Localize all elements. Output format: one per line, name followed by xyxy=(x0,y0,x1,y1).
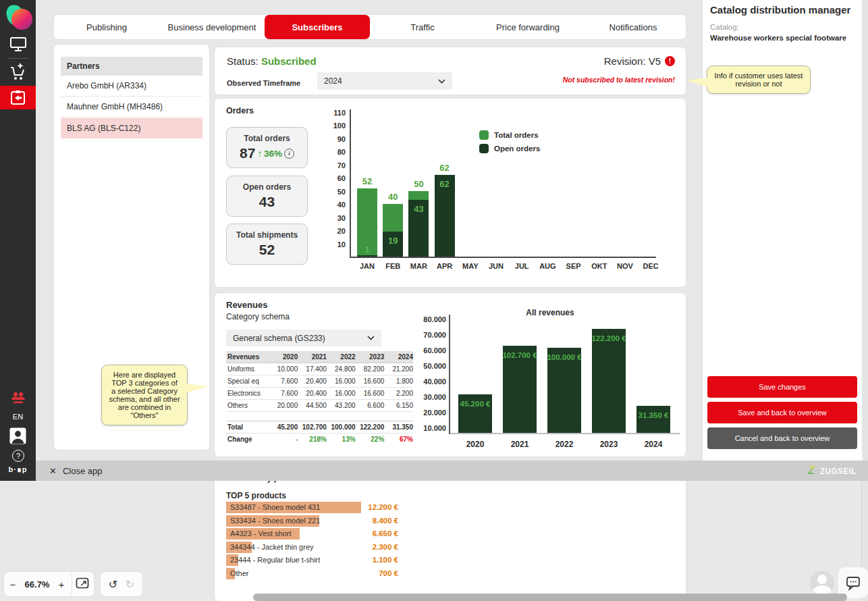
undo-button[interactable]: ↺ xyxy=(109,578,117,591)
x-tick-label: 2023 xyxy=(589,440,629,449)
close-app-button[interactable]: ✕ Close app xyxy=(49,466,102,476)
x-tick-label: APR xyxy=(431,262,458,270)
table-cell: 45.200 xyxy=(269,423,298,431)
horizontal-scrollbar[interactable] xyxy=(253,594,847,601)
legend-item: Open orders xyxy=(479,144,540,153)
table-header-cell: 2022 xyxy=(327,353,356,361)
table-row: Uniforms10.00017.40024.80082.20021.200 xyxy=(226,363,413,375)
y-tick-label: 50 xyxy=(320,188,346,196)
table-row: Electronics7.60020.40016.00016.6002.200 xyxy=(226,388,413,400)
tab-bar: PublishingBusiness developmentSubscriber… xyxy=(54,15,686,39)
x-tick-label: SEP xyxy=(560,262,587,270)
tab-business-development[interactable]: Business development xyxy=(159,15,265,39)
product-value: 8.400 € xyxy=(373,517,398,525)
x-tick-label: 2024 xyxy=(633,440,674,449)
status-label: Status: xyxy=(227,55,259,67)
revenues-chart-plot: 10.00020.00030.00040.00050.00060.00070.0… xyxy=(449,315,680,434)
x-tick-label: 2021 xyxy=(499,440,540,449)
table-header-cell: Revenues xyxy=(226,353,269,361)
product-label: S33434 - Shoes model 221 xyxy=(230,517,320,525)
partner-item[interactable]: BLS AG (BLS-C122) xyxy=(61,118,202,138)
kpi-card: Total shipments52 xyxy=(226,224,308,265)
revenue-bar-value: 100.000 € xyxy=(531,353,598,361)
revenue-bar-value: 31.350 € xyxy=(620,411,687,419)
kpi-value: 52 xyxy=(259,242,275,258)
product-value: 12.200 € xyxy=(368,503,398,511)
language-switcher[interactable]: EN xyxy=(0,413,36,421)
brand-name: ZUGSEIL xyxy=(820,466,857,476)
table-cell: Total xyxy=(226,423,269,431)
legend-swatch xyxy=(479,130,489,140)
table-cell: 2.200 xyxy=(384,390,413,397)
open-orders-value: 62 xyxy=(431,179,458,189)
revenues-title: Revenues xyxy=(226,300,267,310)
schema-select[interactable]: General schema (GS233) xyxy=(226,330,381,346)
status-line: Status: Subscribed xyxy=(227,55,317,67)
monitor-icon[interactable] xyxy=(0,36,36,52)
cancel-and-back-to-overview-button[interactable]: Cancel and back to overview xyxy=(707,427,857,449)
tab-notifications[interactable]: Notifications xyxy=(580,15,686,39)
cart-plus-icon[interactable] xyxy=(0,62,36,81)
y-tick-label: 20.000 xyxy=(416,409,446,417)
orders-title: Orders xyxy=(226,106,254,115)
zoom-out-button[interactable]: − xyxy=(4,579,22,590)
clipboard-arrow-left-icon xyxy=(9,89,26,106)
products-panel: Revenue by products TOP 5 products S3348… xyxy=(215,463,686,601)
tab-publishing[interactable]: Publishing xyxy=(54,15,159,39)
open-orders-bar xyxy=(357,255,377,257)
fit-screen-button[interactable] xyxy=(74,577,91,591)
product-row: 344344 - Jacket thin grey2.300 € xyxy=(226,542,398,553)
table-cell: 22% xyxy=(356,436,385,443)
partner-item[interactable]: Arebo GmbH (AR334) xyxy=(61,76,202,97)
products-chart: S33487 - Shoes model 43112.200 €S33434 -… xyxy=(226,502,398,581)
open-orders-value: 1 xyxy=(354,244,381,255)
table-cell: 102.700 xyxy=(298,423,327,431)
y-tick-label: 60 xyxy=(320,174,346,182)
timeframe-select[interactable]: 2024 xyxy=(317,72,452,90)
save-changes-button[interactable]: Save changes xyxy=(707,376,857,398)
zoom-level[interactable]: 66.7% xyxy=(22,579,53,590)
tab-subscribers[interactable]: Subscribers xyxy=(265,15,370,39)
zoom-in-button[interactable]: + xyxy=(53,579,70,590)
table-cell: 100.000 xyxy=(327,423,356,431)
revenue-bar xyxy=(636,406,670,433)
help-icon[interactable]: ? xyxy=(12,450,24,462)
sidebar-divider xyxy=(7,58,29,59)
tab-price-forwarding[interactable]: Price forwarding xyxy=(475,15,580,39)
product-value: 700 € xyxy=(379,569,398,577)
redo-button[interactable]: ↻ xyxy=(126,578,134,591)
help-glyph: ? xyxy=(16,452,20,460)
sidebar: EN ? b·∎p xyxy=(0,0,36,481)
partners-icon[interactable] xyxy=(0,391,36,407)
status-value: Subscribed xyxy=(261,55,317,67)
orders-panel: Orders Total orders87↑ 36%iOpen orders43… xyxy=(215,99,686,287)
sidebar-item-catalog-distribution[interactable] xyxy=(0,86,36,109)
y-tick-label: 80.000 xyxy=(416,315,446,323)
partner-item[interactable]: Mauhner GmbH (MH3486) xyxy=(61,97,202,117)
kpi-card: Open orders43 xyxy=(226,176,308,217)
revision-alert-icon[interactable]: ! xyxy=(665,56,675,66)
save-and-back-to-overview-button[interactable]: Save and back to overview xyxy=(707,402,857,423)
x-tick-label: DEC xyxy=(637,262,664,270)
tab-traffic[interactable]: Traffic xyxy=(370,15,475,39)
y-tick-label: 10.000 xyxy=(416,424,446,432)
table-cell: 6.600 xyxy=(356,402,385,409)
x-tick-label: 2020 xyxy=(455,440,495,449)
table-change-row: Change-218%13%22%67% xyxy=(226,434,413,445)
y-tick-label: 40.000 xyxy=(416,377,446,386)
x-tick-label: 2022 xyxy=(544,440,585,449)
zoom-controls: − 66.7% + xyxy=(3,571,94,597)
pill-divider xyxy=(72,572,72,596)
total-orders-value: 52 xyxy=(354,176,381,186)
user-avatar[interactable] xyxy=(810,571,834,595)
orders-legend: Total ordersOpen orders xyxy=(479,130,540,157)
info-icon[interactable]: i xyxy=(284,149,294,159)
status-panel: Status: Subscribed Observed Timeframe 20… xyxy=(215,47,686,95)
kpi-label: Open orders xyxy=(227,182,307,192)
product-value: 2.300 € xyxy=(373,543,398,551)
x-axis-line xyxy=(450,433,680,434)
table-cell: 67% xyxy=(384,436,413,443)
revenues-panel: Revenues Category schema General schema … xyxy=(215,293,686,456)
table-cell: 43.200 xyxy=(327,402,356,409)
user-avatar-icon[interactable] xyxy=(0,427,36,444)
